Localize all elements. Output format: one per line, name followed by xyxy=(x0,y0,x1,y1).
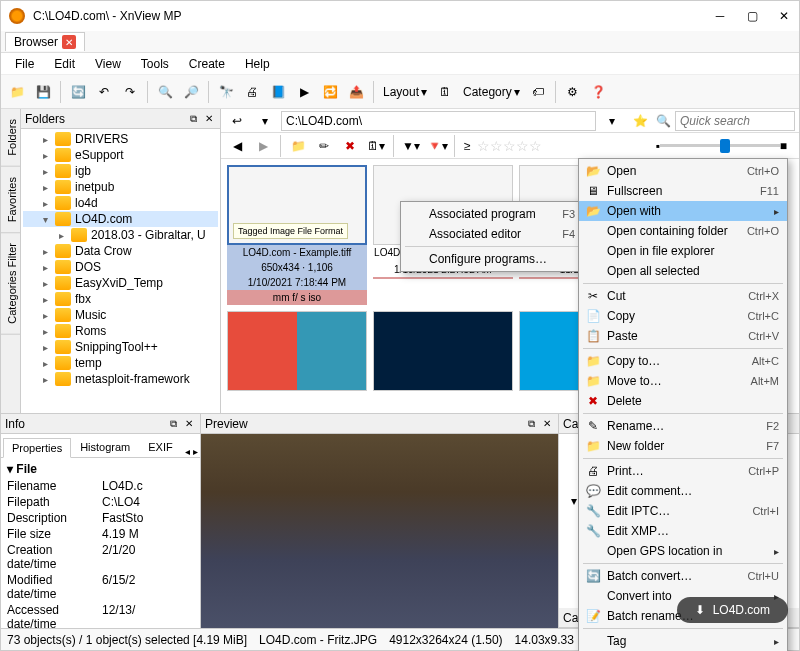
tree-item[interactable]: ▸igb xyxy=(23,163,218,179)
toolbar-search-icon[interactable]: 🔭 xyxy=(214,80,238,104)
tree-item[interactable]: ▸metasploit-framework xyxy=(23,371,218,387)
ctx-print[interactable]: 🖨Print…Ctrl+P xyxy=(579,461,787,481)
sidetab-favorites[interactable]: Favorites xyxy=(1,167,20,233)
folder-tree[interactable]: ▸DRIVERS▸eSupport▸igb▸inetpub▸lo4d▾LO4D.… xyxy=(21,129,220,413)
ctx-edit-xmp[interactable]: 🔧Edit XMP… xyxy=(579,521,787,541)
tab-histogram[interactable]: Histogram xyxy=(71,437,139,457)
address-input[interactable]: C:\LO4D.com\ xyxy=(281,111,596,131)
menu-view[interactable]: View xyxy=(85,55,131,73)
tree-item[interactable]: ▸SnippingTool++ xyxy=(23,339,218,355)
ctx-edit-iptc[interactable]: 🔧Edit IPTC…Ctrl+I xyxy=(579,501,787,521)
tree-item[interactable]: ▸EasyXviD_Temp xyxy=(23,275,218,291)
ctx-gps[interactable]: Open GPS location in▸ xyxy=(579,541,787,561)
ctx-paste[interactable]: 📋PasteCtrl+V xyxy=(579,326,787,346)
ctx-move-to[interactable]: 📁Move to…Alt+M xyxy=(579,371,787,391)
toolbar-rotate-right-icon[interactable]: ↷ xyxy=(118,80,142,104)
toolbar-export-icon[interactable]: 📤 xyxy=(344,80,368,104)
thumbnail-item[interactable] xyxy=(373,311,513,391)
ctx-open[interactable]: 📂OpenCtrl+O xyxy=(579,161,787,181)
favorite-star-icon[interactable]: ⭐ xyxy=(628,109,652,133)
toolbar-rotate-left-icon[interactable]: ↶ xyxy=(92,80,116,104)
nav-folder-icon[interactable]: 📁 xyxy=(286,134,310,158)
nav-calendar-icon[interactable]: 🗓▾ xyxy=(364,134,388,158)
tree-item[interactable]: ▸fbx xyxy=(23,291,218,307)
menu-tools[interactable]: Tools xyxy=(131,55,179,73)
submenu-associated-editor[interactable]: Associated editorF4 xyxy=(401,224,583,244)
close-button[interactable]: ✕ xyxy=(777,9,791,23)
sidetab-categories-filter[interactable]: Categories Filter xyxy=(1,233,20,335)
menu-file[interactable]: File xyxy=(5,55,44,73)
toolbar-compare-icon[interactable]: 📘 xyxy=(266,80,290,104)
toolbar-zoom-out-icon[interactable]: 🔎 xyxy=(179,80,203,104)
panel-undock-icon[interactable]: ⧉ xyxy=(186,112,200,126)
panel-close-icon[interactable]: ✕ xyxy=(202,112,216,126)
submenu-associated-program[interactable]: Associated programF3 xyxy=(401,204,583,224)
nav-sort-icon[interactable]: ▼▾ xyxy=(399,134,423,158)
ctx-open-with[interactable]: 📂Open with▸ xyxy=(579,201,787,221)
ctx-copy[interactable]: 📄CopyCtrl+C xyxy=(579,306,787,326)
info-close-icon[interactable]: ✕ xyxy=(182,417,196,431)
nav-delete-icon[interactable]: ✖ xyxy=(338,134,362,158)
tree-item[interactable]: ▸Data Crow xyxy=(23,243,218,259)
ctx-edit-comment[interactable]: 💬Edit comment… xyxy=(579,481,787,501)
tree-item[interactable]: ▸2018.03 - Gibraltar, U xyxy=(23,227,218,243)
toolbar-slideshow-icon[interactable]: ▶ xyxy=(292,80,316,104)
toolbar-print-icon[interactable]: 🖨 xyxy=(240,80,264,104)
preview-undock-icon[interactable]: ⧉ xyxy=(524,417,538,431)
toolbar-help-icon[interactable]: ❓ xyxy=(587,80,611,104)
tree-item[interactable]: ▸temp xyxy=(23,355,218,371)
ctx-open-explorer[interactable]: Open in file explorer xyxy=(579,241,787,261)
toolbar-open-icon[interactable]: 📁 xyxy=(5,80,29,104)
tree-item[interactable]: ▸DOS xyxy=(23,259,218,275)
info-undock-icon[interactable]: ⧉ xyxy=(166,417,180,431)
toolbar-convert-icon[interactable]: 🔁 xyxy=(318,80,342,104)
ctx-tag[interactable]: Tag▸ xyxy=(579,631,787,651)
menu-create[interactable]: Create xyxy=(179,55,235,73)
rating-stars[interactable]: ☆☆☆☆☆ xyxy=(477,138,542,154)
nav-forward-icon[interactable]: ▶ xyxy=(251,134,275,158)
tab-properties[interactable]: Properties xyxy=(3,438,71,458)
thumb-size-large-icon[interactable]: ■ xyxy=(780,139,787,153)
ctx-open-all-selected[interactable]: Open all selected xyxy=(579,261,787,281)
tree-item[interactable]: ▸Roms xyxy=(23,323,218,339)
nav-back-icon[interactable]: ◀ xyxy=(225,134,249,158)
search-input[interactable] xyxy=(675,111,795,131)
sidetab-folders[interactable]: Folders xyxy=(1,109,20,167)
minimize-button[interactable]: ─ xyxy=(713,9,727,23)
tab-exif[interactable]: EXIF xyxy=(139,437,181,457)
ctx-open-containing[interactable]: Open containing folderCtrl+O xyxy=(579,221,787,241)
tree-item[interactable]: ▸lo4d xyxy=(23,195,218,211)
addr-go-icon[interactable]: ▾ xyxy=(600,109,624,133)
toolbar-category-dropdown[interactable]: Category ▾ xyxy=(459,85,524,99)
toolbar-refresh-icon[interactable]: 🔄 xyxy=(66,80,90,104)
thumbnail-item[interactable] xyxy=(227,311,367,391)
tree-item[interactable]: ▾LO4D.com xyxy=(23,211,218,227)
menu-edit[interactable]: Edit xyxy=(44,55,85,73)
toolbar-zoom-in-icon[interactable]: 🔍 xyxy=(153,80,177,104)
toolbar-settings-icon[interactable]: ⚙ xyxy=(561,80,585,104)
toolbar-view-mode-icon[interactable]: 🗓 xyxy=(433,80,457,104)
nav-filter-icon[interactable]: 🔻▾ xyxy=(425,134,449,158)
thumb-size-slider[interactable] xyxy=(660,144,780,147)
toolbar-tag-icon[interactable]: 🏷 xyxy=(526,80,550,104)
close-tab-icon[interactable]: ✕ xyxy=(62,35,76,49)
nav-edit-icon[interactable]: ✏ xyxy=(312,134,336,158)
ctx-new-folder[interactable]: 📁New folderF7 xyxy=(579,436,787,456)
toolbar-layout-dropdown[interactable]: Layout ▾ xyxy=(379,85,431,99)
ctx-rename[interactable]: ✎Rename…F2 xyxy=(579,416,787,436)
addr-up-icon[interactable]: ↩ xyxy=(225,109,249,133)
tree-item[interactable]: ▸eSupport xyxy=(23,147,218,163)
menu-help[interactable]: Help xyxy=(235,55,280,73)
browser-tab[interactable]: Browser ✕ xyxy=(5,32,85,51)
maximize-button[interactable]: ▢ xyxy=(745,9,759,23)
ctx-copy-to[interactable]: 📁Copy to…Alt+C xyxy=(579,351,787,371)
ctx-fullscreen[interactable]: 🖥FullscreenF11 xyxy=(579,181,787,201)
ctx-cut[interactable]: ✂CutCtrl+X xyxy=(579,286,787,306)
tree-item[interactable]: ▸inetpub xyxy=(23,179,218,195)
ctx-delete[interactable]: ✖Delete xyxy=(579,391,787,411)
toolbar-save-icon[interactable]: 💾 xyxy=(31,80,55,104)
addr-dropdown-icon[interactable]: ▾ xyxy=(253,109,277,133)
preview-close-icon[interactable]: ✕ xyxy=(540,417,554,431)
submenu-configure-programs[interactable]: Configure programs… xyxy=(401,249,583,269)
tree-item[interactable]: ▸Music xyxy=(23,307,218,323)
